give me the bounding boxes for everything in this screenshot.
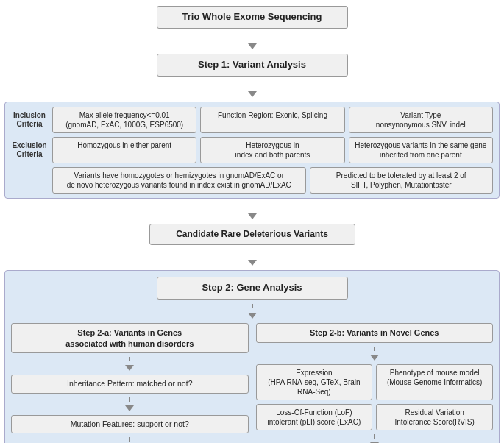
inclusion-box-2: Function Region: Exonic, Splicing (200, 107, 344, 133)
exclusion-boxes-2: Variants have homozygotes or hemizygotes… (52, 167, 493, 194)
ca-arrow1 (125, 365, 134, 371)
step2-section: Step 2: Gene Analysis Step 2-a: Variants… (4, 270, 500, 443)
col-b-header: Step 2-b: Variants in Novel Genes (256, 323, 494, 342)
connector2 (252, 81, 253, 87)
inclusion-box-3: Variant Type nonsynonymous SNV, indel (349, 107, 493, 133)
step2-box: Step 2: Gene Analysis (157, 277, 348, 300)
exclusion-row-1: ExclusionCriteria Homozygous in either p… (11, 137, 493, 163)
excl-box-1: Homozygous in either parent (52, 137, 196, 163)
ca-connector3 (129, 437, 130, 442)
inclusion-boxes: Max allele frequency<=0.01 (gnomAD, ExAC… (52, 107, 493, 133)
title-text: Trio Whole Exome Sequencing (182, 11, 322, 22)
cb-connector3 (374, 434, 375, 439)
cb-box1: Expression (HPA RNA-seq, GTeX, Brain RNA… (256, 364, 373, 400)
inclusion-box-1: Max allele frequency<=0.01 (gnomAD, ExAC… (52, 107, 196, 133)
arrow-4 (248, 260, 257, 266)
connector4 (252, 249, 253, 255)
col-b-row2: Loss-Of-Function (LoF) intolerant (pLI) … (256, 404, 494, 430)
step1-label: Step 1: Variant Analysis (198, 59, 306, 70)
excl-box-5: Predicted to be tolerated by at least 2 … (310, 167, 494, 194)
criteria-section: InclusionCriteria Max allele frequency<=… (4, 102, 500, 199)
main-diagram: Trio Whole Exome Sequencing Step 1: Vari… (0, 0, 504, 443)
connector (252, 33, 253, 39)
arrow-3 (248, 213, 257, 219)
col-a-header: Step 2-a: Variants in Genes associated w… (11, 323, 249, 353)
exclusion-row-2: Variants have homozygotes or hemizygotes… (11, 167, 493, 194)
exclusion-label-2 (11, 167, 48, 194)
title-box: Trio Whole Exome Sequencing (157, 6, 348, 29)
exclusion-boxes-1: Homozygous in either parent Heterozygous… (52, 137, 493, 163)
cb-box2: Phenotype of mouse model (Mouse Genome I… (376, 364, 493, 400)
step2-label: Step 2: Gene Analysis (202, 282, 302, 293)
arrow-1 (248, 43, 257, 49)
col-a: Step 2-a: Variants in Genes associated w… (11, 323, 249, 443)
arrow-5 (248, 313, 257, 319)
col-a-box1: Inheritance Pattern: matched or not? (11, 375, 249, 394)
col-a-box2: Mutation Features: support or not? (11, 415, 249, 434)
connector3 (252, 203, 253, 209)
excl-box-2: Heterozygous in index and both parents (200, 137, 344, 163)
cb-box4: Residual Variation Intolerance Score(RVI… (376, 404, 493, 430)
cb-box3: Loss-Of-Function (LoF) intolerant (pLI) … (256, 404, 373, 430)
inclusion-row: InclusionCriteria Max allele frequency<=… (11, 107, 493, 133)
connector5 (252, 304, 253, 308)
ca-connector2 (129, 397, 130, 402)
inclusion-label: InclusionCriteria (11, 107, 48, 133)
ca-connector1 (129, 357, 130, 361)
step1-box: Step 1: Variant Analysis (157, 54, 348, 77)
cb-connector1 (374, 347, 375, 351)
candidate-label: Candidate Rare Deleterious Variants (176, 229, 328, 239)
exclusion-label: ExclusionCriteria (11, 137, 48, 163)
arrow-2 (248, 91, 257, 97)
candidate-box: Candidate Rare Deleterious Variants (149, 224, 355, 246)
col-b-row1: Expression (HPA RNA-seq, GTeX, Brain RNA… (256, 364, 494, 400)
excl-box-4: Variants have homozygotes or hemizygotes… (52, 167, 306, 194)
step2-columns: Step 2-a: Variants in Genes associated w… (11, 323, 493, 443)
excl-box-3: Heterozygous variants in the same gene i… (349, 137, 493, 163)
ca-arrow2 (125, 405, 134, 411)
col-b: Step 2-b: Variants in Novel Genes Expres… (256, 323, 494, 443)
cb-arrow1 (370, 355, 379, 361)
